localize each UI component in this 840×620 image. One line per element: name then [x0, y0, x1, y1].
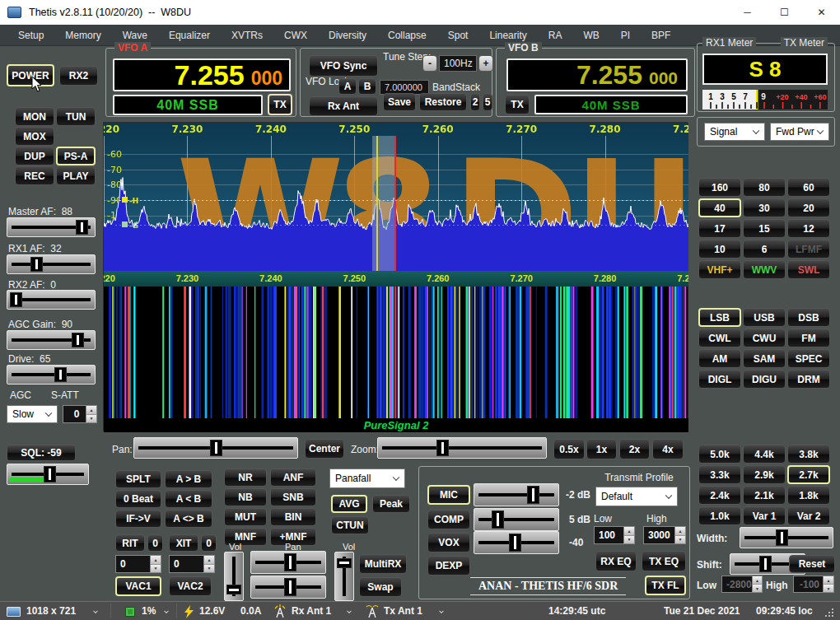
rit-button[interactable]: RIT [115, 534, 145, 552]
spin-up-icon[interactable]: ▲ [204, 556, 214, 565]
restore-button[interactable]: Restore [419, 93, 467, 111]
rx-meter-select[interactable]: Signal [704, 123, 765, 141]
filter-33-button[interactable]: 3.3k [698, 465, 741, 484]
spin-up-icon[interactable]: ▲ [824, 576, 833, 585]
anf-button[interactable]: ANF [270, 468, 316, 487]
filter-18-button[interactable]: 1.8k [787, 486, 830, 505]
nb-button[interactable]: NB [224, 488, 267, 506]
vfo-sync-button[interactable]: VFO Sync [309, 55, 378, 77]
mon-button[interactable]: MON [15, 107, 54, 126]
mode-dsb-button[interactable]: DSB [787, 308, 830, 327]
master-af-slider[interactable] [7, 217, 96, 237]
menu-spot[interactable]: Spot [443, 28, 474, 43]
if-to-v-button[interactable]: IF->V [115, 510, 161, 528]
sql-button[interactable]: SQL: -59 [7, 445, 76, 461]
mode-cwl-button[interactable]: CWL [698, 329, 741, 347]
rec-button[interactable]: REC [15, 166, 54, 185]
nr-button[interactable]: NR [224, 468, 267, 487]
save-button[interactable]: Save [383, 93, 416, 111]
play-button[interactable]: PLAY [56, 166, 96, 185]
filter-var1-button[interactable]: Var 1 [743, 506, 786, 525]
spin-up-icon[interactable]: ▲ [86, 406, 96, 415]
waterfall-canvas[interactable] [104, 287, 688, 418]
zoom-4x-button[interactable]: 4x [652, 439, 684, 459]
xit-stepper[interactable]: 0 ▲▼ [169, 555, 215, 573]
rx-eq-button[interactable]: RX EQ [595, 551, 637, 571]
mode-cwu-button[interactable]: CWU [743, 329, 786, 347]
snb-button[interactable]: SNB [270, 488, 316, 506]
title-bar[interactable]: Thetis v2.8.11 (10/20/20) -- W8DU ─ ☐ ✕ [0, 0, 840, 25]
spectrum-canvas[interactable] [104, 123, 688, 271]
menu-setup[interactable]: Setup [13, 28, 49, 43]
vfo-a-tx-button[interactable]: TX [268, 94, 292, 115]
mode-fm-button[interactable]: FM [787, 329, 830, 347]
transmit-profile-select[interactable]: Default [595, 487, 678, 506]
band-lfmf-button[interactable]: LFMF [787, 240, 830, 259]
chevron-down-icon[interactable] [93, 608, 98, 613]
spin-down-icon[interactable]: ▼ [86, 415, 96, 423]
tun-button[interactable]: TUN [56, 107, 96, 126]
dexp-button[interactable]: DEXP [427, 556, 470, 576]
tx-filter-button[interactable]: TX FL [645, 576, 686, 595]
mode-sam-button[interactable]: SAM [743, 349, 786, 368]
mode-am-button[interactable]: AM [698, 349, 741, 368]
rx2-af-slider[interactable] [7, 290, 96, 310]
b-to-a-button[interactable]: A < B [165, 490, 212, 508]
sub-pan-slider[interactable] [250, 576, 326, 599]
rx-ant-selection[interactable]: Rx Ant 1 [292, 605, 331, 617]
split-button[interactable]: SPLT [115, 470, 161, 488]
filter-24-button[interactable]: 2.4k [698, 486, 741, 505]
filter-38-button[interactable]: 3.8k [787, 445, 830, 464]
tx-meter-select[interactable]: Fwd Pwr [770, 123, 829, 141]
bandstack-5-button[interactable]: 5 [483, 93, 492, 111]
comp-slider[interactable] [474, 508, 559, 531]
menu-linearity[interactable]: Linearity [484, 28, 531, 43]
chevron-down-icon[interactable] [164, 608, 169, 613]
band-20-button[interactable]: 20 [787, 198, 830, 217]
band-80-button[interactable]: 80 [743, 178, 786, 197]
vac2-button[interactable]: VAC2 [169, 576, 212, 596]
vfo-b-frequency[interactable]: 7.255 000 [506, 58, 688, 91]
peak-button[interactable]: Peak [372, 495, 410, 513]
display-mode-select[interactable]: Panafall [329, 468, 405, 488]
dup-button[interactable]: DUP [15, 147, 54, 165]
mic-gain-slider[interactable] [474, 483, 559, 506]
zoom-2x-button[interactable]: 2x [619, 439, 650, 459]
band-160-button[interactable]: 160 [698, 178, 741, 197]
filter-29-button[interactable]: 2.9k [743, 465, 786, 484]
maximize-icon[interactable]: ☐ [766, 0, 803, 25]
mut-button[interactable]: MUT [224, 508, 267, 526]
rx-ant-button[interactable]: Rx Ant [309, 96, 378, 116]
band-10-button[interactable]: 10 [698, 240, 741, 259]
zoom-05x-button[interactable]: 0.5x [553, 439, 585, 459]
minimize-icon[interactable]: ─ [729, 0, 766, 25]
vfo-lock-a-button[interactable]: A [338, 78, 357, 95]
filter-5k-button[interactable]: 5.0k [698, 445, 741, 464]
menu-pi[interactable]: PI [616, 28, 635, 43]
agc-gain-slider[interactable] [7, 330, 96, 350]
band-40-button[interactable]: 40 [698, 198, 741, 217]
spin-down-icon[interactable]: ▼ [753, 585, 762, 592]
filter-low-stepper[interactable]: -2800 ▲▼ [721, 576, 763, 593]
agc-mode-select[interactable]: Slow [7, 405, 58, 423]
menu-equalizer[interactable]: Equalizer [164, 28, 215, 43]
xit-button[interactable]: XIT [169, 534, 198, 552]
vfo-a-frequency[interactable]: 7.255 000 [113, 58, 291, 91]
chevron-down-icon[interactable] [347, 608, 352, 613]
drive-slider[interactable] [7, 365, 96, 385]
filter-high-stepper[interactable]: -100 ▲▼ [793, 576, 834, 593]
vac1-button[interactable]: VAC1 [115, 576, 161, 596]
spin-down-icon[interactable]: ▼ [824, 585, 833, 592]
mode-drm-button[interactable]: DRM [787, 370, 830, 389]
chevron-down-icon[interactable] [439, 608, 444, 613]
spin-up-icon[interactable]: ▲ [624, 527, 634, 536]
rx1-vol-slider[interactable] [224, 552, 244, 601]
width-slider[interactable] [740, 527, 833, 548]
band-vhf-button[interactable]: VHF+ [698, 260, 741, 279]
vfo-b-tx-button[interactable]: TX [505, 95, 530, 114]
band-60-button[interactable]: 60 [787, 178, 830, 197]
menu-bpf[interactable]: BPF [646, 28, 675, 43]
mode-usb-button[interactable]: USB [743, 308, 786, 327]
tx-low-stepper[interactable]: 100 ▲▼ [594, 526, 635, 544]
filter-44-button[interactable]: 4.4k [743, 445, 786, 464]
